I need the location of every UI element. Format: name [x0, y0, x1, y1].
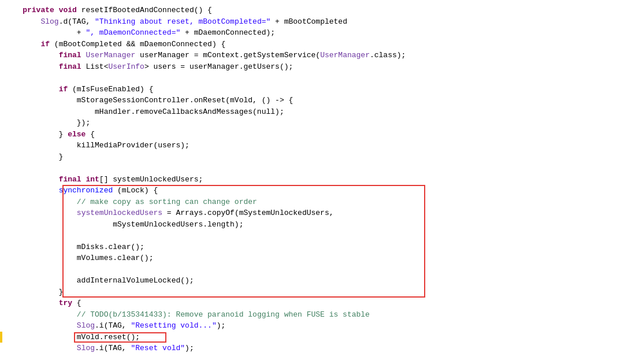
line-3: + ", mDaemonConnected=" + mDaemonConnect…	[5, 28, 275, 37]
line-31: Slog.i(TAG, "Reset vold");	[5, 344, 194, 352]
line-23: mVolumes.clear();	[5, 254, 153, 262]
line-17: synchronized (mLock) {	[5, 186, 158, 195]
line-9: mStorageSessionController.onReset(mVold,…	[5, 96, 293, 105]
line-10: mHandler.removeCallbacksAndMessages(null…	[5, 107, 284, 116]
line-22: mDisks.clear();	[5, 243, 144, 251]
line-30: mVold.reset();	[5, 333, 140, 341]
line-8: if (mIsFuseEnabled) {	[5, 85, 153, 94]
line-12: } else {	[5, 130, 95, 139]
line-25: addInternalVolumeLocked();	[5, 276, 194, 285]
line-13: killMediaProvider(users);	[5, 141, 190, 150]
line-2: Slog.d(TAG, "Thinking about reset, mBoot…	[5, 17, 347, 26]
line-4: if (mBootCompleted && mDaemonConnected) …	[5, 40, 225, 49]
line-11: });	[5, 118, 90, 127]
line-6: final List<UserInfo> users = userManager…	[5, 62, 293, 71]
line-19: systemUnlockedUsers = Arrays.copyOf(mSys…	[5, 209, 334, 217]
line-16: final int[] systemUnlockedUsers;	[5, 175, 203, 184]
left-line-marker	[0, 332, 2, 343]
line-20: mSystemUnlockedUsers.length);	[5, 220, 243, 229]
line-29: Slog.i(TAG, "Resetting vold...");	[5, 321, 225, 330]
line-5: final UserManager userManager = mContext…	[5, 51, 406, 60]
line-18: // make copy as sorting can change order	[5, 198, 257, 206]
code-block: private void resetIfBootedAndConnected()…	[5, 5, 624, 364]
line-14: }	[5, 153, 63, 161]
line-1: private void resetIfBootedAndConnected()…	[5, 6, 212, 14]
line-26: }	[5, 288, 63, 296]
line-27: try {	[5, 299, 81, 307]
line-28: // TODO(b/135341433): Remove paranoid lo…	[5, 310, 370, 319]
code-container: private void resetIfBootedAndConnected()…	[0, 0, 624, 364]
